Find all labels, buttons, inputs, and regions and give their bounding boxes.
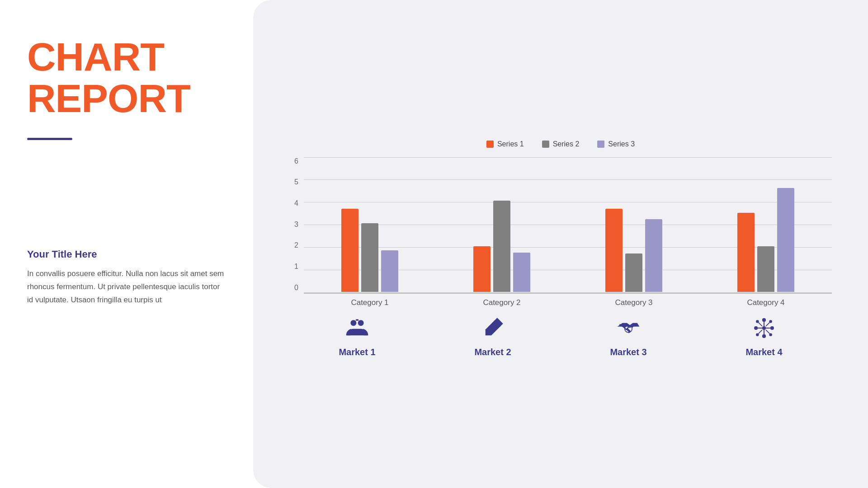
- market-label: Market 3: [610, 347, 646, 357]
- svg-point-11: [756, 333, 759, 336]
- y-axis-label: 1: [289, 263, 298, 271]
- bar-series1: [605, 209, 623, 292]
- bar-series2: [757, 246, 774, 292]
- category-label: Category 3: [568, 298, 700, 307]
- markets-row: Market 1 Market 2 Market 3 Market 4: [289, 315, 832, 357]
- category-group: [304, 166, 436, 293]
- people-icon: [344, 315, 370, 341]
- bars-group: [605, 166, 662, 293]
- y-axis-label: 6: [289, 157, 298, 165]
- svg-line-19: [759, 330, 762, 333]
- y-axis-label: 2: [289, 241, 298, 249]
- svg-point-0: [350, 320, 356, 326]
- legend-item: Series 3: [597, 140, 635, 148]
- svg-line-20: [766, 330, 769, 333]
- legend-dot: [486, 141, 494, 148]
- bar-series2: [361, 223, 378, 292]
- bar-series1: [737, 213, 755, 292]
- legend-label: Series 1: [497, 140, 524, 148]
- svg-point-12: [769, 333, 772, 336]
- right-panel: Series 1Series 2Series 3 0123456 Categor…: [253, 0, 868, 488]
- bar-series1: [341, 209, 359, 292]
- market-label: Market 1: [339, 347, 375, 357]
- legend-label: Series 3: [608, 140, 635, 148]
- y-axis-label: 5: [289, 178, 298, 186]
- svg-line-18: [766, 322, 769, 326]
- y-axis-label: 4: [289, 199, 298, 207]
- svg-rect-2: [356, 319, 359, 320]
- bars-grid: Category 1Category 2Category 3Category 4: [304, 157, 832, 293]
- legend-dot: [597, 141, 604, 148]
- category-group: [568, 166, 700, 293]
- left-panel: CHART REPORT Your Title Here In convalli…: [0, 0, 253, 488]
- bars-group: [473, 166, 530, 293]
- y-axis: 0123456: [289, 157, 298, 293]
- handshake-icon: [616, 315, 641, 341]
- bar-series3: [381, 250, 398, 292]
- chart-area: 0123456 Category 1Category 2Category 3Ca…: [289, 157, 832, 293]
- market-label: Market 4: [745, 347, 782, 357]
- market-item: Market 3: [610, 315, 646, 357]
- bar-series3: [645, 219, 662, 292]
- category-label: Category 2: [436, 298, 568, 307]
- chart-legend: Series 1Series 2Series 3: [289, 140, 832, 148]
- market-label: Market 2: [474, 347, 511, 357]
- bars-group: [737, 166, 794, 293]
- main-title: CHART REPORT: [27, 36, 226, 120]
- bars-group: [341, 166, 398, 293]
- legend-label: Series 2: [553, 140, 580, 148]
- svg-point-1: [358, 320, 364, 326]
- section-title: Your Title Here: [27, 249, 226, 260]
- category-group: [436, 166, 568, 293]
- svg-point-9: [756, 320, 759, 323]
- market-item: Market 1: [339, 315, 375, 357]
- svg-point-8: [762, 334, 766, 338]
- section-body: In convallis posuere efficitur. Nulla no…: [27, 267, 226, 307]
- divider: [27, 138, 72, 140]
- y-axis-label: 3: [289, 221, 298, 229]
- category-label: Category 4: [700, 298, 832, 307]
- chart-container: Series 1Series 2Series 3 0123456 Categor…: [289, 131, 832, 293]
- bar-series3: [513, 253, 530, 292]
- network-icon: [751, 315, 777, 341]
- svg-point-7: [762, 318, 766, 322]
- svg-point-4: [762, 326, 766, 329]
- svg-point-6: [770, 326, 774, 329]
- bar-series2: [493, 201, 510, 292]
- legend-dot: [542, 141, 549, 148]
- market-item: Market 2: [474, 315, 511, 357]
- pen-icon: [480, 315, 505, 341]
- bar-series3: [777, 188, 794, 292]
- bar-series2: [625, 253, 642, 292]
- legend-item: Series 2: [542, 140, 580, 148]
- svg-point-10: [769, 320, 772, 323]
- bar-series1: [473, 246, 491, 292]
- svg-point-5: [754, 326, 758, 329]
- category-label: Category 1: [304, 298, 436, 307]
- category-group: [700, 166, 832, 293]
- svg-line-17: [759, 322, 762, 326]
- y-axis-label: 0: [289, 284, 298, 292]
- legend-item: Series 1: [486, 140, 524, 148]
- market-item: Market 4: [745, 315, 782, 357]
